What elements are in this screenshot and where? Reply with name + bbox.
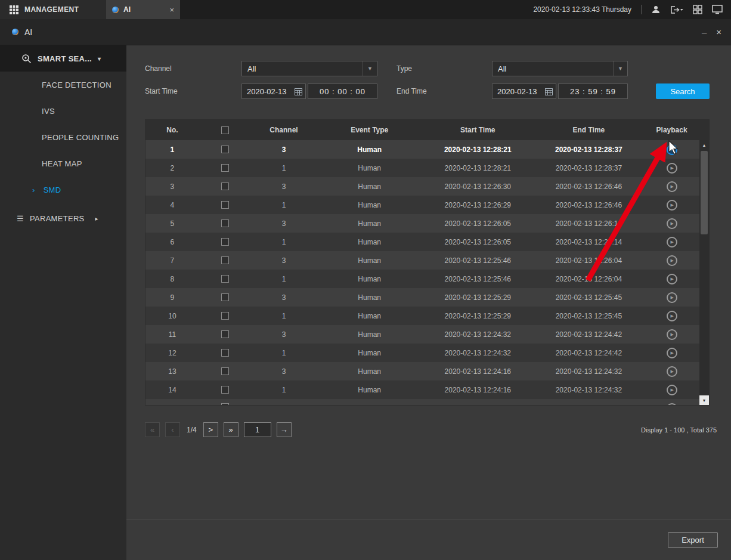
table-row[interactable]: 41Human2020-02-13 12:26:292020-02-13 12:… <box>145 196 709 214</box>
monitor-icon[interactable] <box>712 5 723 14</box>
playback-button[interactable]: ▶ <box>667 255 677 266</box>
playback-button[interactable]: ▶ <box>667 181 677 192</box>
header-checkbox-cell <box>199 126 251 134</box>
end-time-input[interactable]: 23 : 59 : 59 <box>558 83 628 99</box>
sidebar-item-label: PARAMETERS <box>30 214 85 223</box>
page-number-input[interactable] <box>244 422 271 437</box>
row-checkbox[interactable] <box>221 293 229 301</box>
row-playback-cell: ▶ <box>644 163 699 174</box>
row-checkbox[interactable] <box>221 164 229 172</box>
table-row[interactable]: ▶ <box>145 399 709 406</box>
close-button[interactable]: × <box>716 27 721 37</box>
scroll-down-icon[interactable]: ▼ <box>699 395 709 405</box>
table-row[interactable]: 133Human2020-02-13 12:24:162020-02-13 12… <box>145 362 709 380</box>
table-scrollbar[interactable]: ▲ ▼ <box>699 140 709 405</box>
start-time-input[interactable]: 00 : 00 : 00 <box>308 83 377 99</box>
end-date-value: 2020-02-13 <box>497 87 543 96</box>
table-row[interactable]: 13Human2020-02-13 12:28:212020-02-13 12:… <box>145 140 709 159</box>
taskbar-ai-tab[interactable]: AI × <box>106 0 180 19</box>
table-row[interactable]: 21Human2020-02-13 12:28:212020-02-13 12:… <box>145 159 709 177</box>
row-playback-cell: ▶ <box>644 329 699 340</box>
sidebar-item-face-detection[interactable]: FACE DETECTION <box>0 72 126 98</box>
row-checkbox[interactable] <box>221 386 229 394</box>
row-checkbox[interactable] <box>221 238 229 246</box>
playback-button[interactable]: ▶ <box>667 144 677 155</box>
table-row[interactable]: 113Human2020-02-13 12:24:322020-02-13 12… <box>145 325 709 344</box>
start-date-input[interactable]: 2020-02-13 <box>241 83 306 99</box>
type-dropdown[interactable]: All ▼ <box>492 61 628 76</box>
end-date-input[interactable]: 2020-02-13 <box>492 83 556 99</box>
row-checkbox[interactable] <box>221 349 229 357</box>
row-event-type: Human <box>317 312 422 320</box>
sidebar-item-people-counting[interactable]: PEOPLE COUNTING <box>0 124 126 150</box>
row-checkbox[interactable] <box>221 219 229 227</box>
sidebar-item-parameters[interactable]: ☰ PARAMETERS ▸ <box>0 205 126 231</box>
row-start-time: 2020-02-13 12:28:21 <box>422 164 534 172</box>
row-end-time: 2020-02-13 12:24:42 <box>534 330 645 339</box>
sidebar-item-smd[interactable]: › SMD <box>0 177 126 203</box>
row-end-time: 2020-02-13 12:26:04 <box>534 256 645 265</box>
scroll-up-icon[interactable]: ▲ <box>699 140 709 150</box>
calendar-icon <box>545 88 553 95</box>
table-row[interactable]: 61Human2020-02-13 12:26:052020-02-13 12:… <box>145 233 709 251</box>
row-number: 1 <box>145 146 199 154</box>
row-checkbox[interactable] <box>221 312 229 320</box>
minimize-button[interactable]: – <box>702 27 707 37</box>
playback-button[interactable]: ▶ <box>667 329 677 340</box>
playback-button[interactable]: ▶ <box>667 237 677 247</box>
last-page-button[interactable]: » <box>224 422 238 437</box>
table-row[interactable]: 73Human2020-02-13 12:25:462020-02-13 12:… <box>145 251 709 270</box>
playback-button[interactable]: ▶ <box>667 292 677 303</box>
row-event-type: Human <box>317 182 422 191</box>
row-checkbox[interactable] <box>221 403 229 406</box>
sidebar-item-heat-map[interactable]: HEAT MAP <box>0 150 126 177</box>
playback-button[interactable]: ▶ <box>667 385 677 395</box>
taskbar-management-tab[interactable]: MANAGEMENT <box>0 0 106 19</box>
ai-logo-icon <box>112 7 119 13</box>
sidebar-item-ivs[interactable]: IVS <box>0 98 126 124</box>
playback-button[interactable]: ▶ <box>667 163 677 174</box>
row-checkbox[interactable] <box>221 201 229 209</box>
row-checkbox[interactable] <box>221 256 229 264</box>
table-row[interactable]: 81Human2020-02-13 12:25:462020-02-13 12:… <box>145 270 709 288</box>
first-page-button[interactable]: « <box>145 422 160 437</box>
display-count-text: Display 1 - 100 , Total 375 <box>641 426 717 434</box>
chevron-down-icon: ▼ <box>363 61 377 76</box>
search-button[interactable]: Search <box>656 83 710 99</box>
table-row[interactable]: 121Human2020-02-13 12:24:322020-02-13 12… <box>145 344 709 362</box>
row-checkbox[interactable] <box>221 146 229 153</box>
playback-button[interactable]: ▶ <box>667 274 677 284</box>
row-checkbox[interactable] <box>221 275 229 283</box>
row-checkbox[interactable] <box>221 182 229 190</box>
playback-button[interactable]: ▶ <box>667 200 677 211</box>
screen-layout-icon[interactable] <box>693 5 702 14</box>
table-row[interactable]: 141Human2020-02-13 12:24:162020-02-13 12… <box>145 380 709 399</box>
user-icon[interactable] <box>651 5 661 14</box>
ai-tab-close-icon[interactable]: × <box>169 5 174 14</box>
playback-button[interactable]: ▶ <box>667 311 677 321</box>
row-number: 12 <box>145 349 199 357</box>
row-playback-cell: ▶ <box>644 366 699 377</box>
main-content: Channel All ▼ Type All ▼ Start Time 2020… <box>126 45 731 560</box>
logout-icon[interactable] <box>670 5 683 14</box>
prev-page-button[interactable]: ‹ <box>165 422 180 437</box>
row-checkbox[interactable] <box>221 367 229 375</box>
scrollbar-thumb[interactable] <box>701 151 708 234</box>
next-page-button[interactable]: > <box>203 422 218 437</box>
playback-button[interactable]: ▶ <box>667 218 677 229</box>
export-button[interactable]: Export <box>668 532 718 548</box>
row-end-time: 2020-02-13 12:26:14 <box>534 219 645 228</box>
sidebar-item-smart-search[interactable]: SMART SEA... ▾ <box>0 45 126 72</box>
row-checkbox[interactable] <box>221 330 229 338</box>
table-row[interactable]: 33Human2020-02-13 12:26:302020-02-13 12:… <box>145 177 709 196</box>
go-to-page-button[interactable]: → <box>277 422 292 437</box>
playback-button[interactable]: ▶ <box>667 403 677 406</box>
row-channel: 3 <box>251 146 317 154</box>
table-row[interactable]: 53Human2020-02-13 12:26:052020-02-13 12:… <box>145 214 709 233</box>
select-all-checkbox[interactable] <box>221 126 229 134</box>
table-row[interactable]: 101Human2020-02-13 12:25:292020-02-13 12… <box>145 307 709 325</box>
table-row[interactable]: 93Human2020-02-13 12:25:292020-02-13 12:… <box>145 288 709 307</box>
playback-button[interactable]: ▶ <box>667 366 677 377</box>
channel-dropdown[interactable]: All ▼ <box>241 61 377 76</box>
playback-button[interactable]: ▶ <box>667 348 677 358</box>
